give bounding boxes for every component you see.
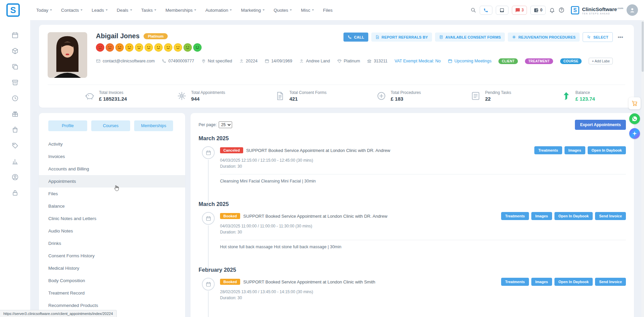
menu-drinks[interactable]: Drinks: [39, 237, 185, 250]
label-treatment[interactable]: TREATMENT: [525, 58, 553, 64]
consent-forms-button[interactable]: AVAILABLE CONSENT FORMS: [435, 33, 505, 42]
cart-widget[interactable]: [629, 97, 641, 109]
appointments-panel: Per page: 25 Export Appointments March 2…: [191, 113, 634, 317]
tab-profile[interactable]: Profile: [48, 120, 87, 131]
open-in-daybook-button[interactable]: Open In Daybook: [588, 146, 626, 154]
menu-appointments[interactable]: Appointments: [39, 175, 185, 188]
report-referrals-button[interactable]: REPORT REFERRALS BY: [371, 33, 432, 42]
nav-automation[interactable]: Automation: [205, 8, 232, 13]
phone-icon: [483, 8, 488, 13]
nav-marketing[interactable]: Marketing: [241, 8, 264, 13]
client-phone[interactable]: 07490009777: [162, 59, 194, 63]
nav-files[interactable]: Files: [323, 8, 333, 13]
mood-face-icon[interactable]: [106, 43, 114, 52]
nav-tasks[interactable]: Tasks: [141, 8, 157, 13]
rail-copy-icon[interactable]: [11, 63, 19, 70]
chat-count-badge: 3: [522, 8, 524, 12]
mood-face-icon[interactable]: [174, 43, 182, 52]
rail-calendar-icon[interactable]: [11, 32, 19, 39]
tab-memberships[interactable]: Memberships: [134, 120, 173, 131]
svg-text:S: S: [10, 5, 16, 15]
chat-notifications-button[interactable]: 3: [512, 6, 527, 15]
treatments-button[interactable]: Treatments: [534, 146, 562, 154]
menu-treatment-record[interactable]: Treatment Record: [39, 287, 185, 299]
nav-deals[interactable]: Deals: [117, 8, 132, 13]
rail-history-icon[interactable]: [11, 95, 19, 102]
bell-icon[interactable]: [549, 7, 555, 13]
rail-tag-icon[interactable]: [11, 142, 19, 149]
app-logo[interactable]: S: [5, 2, 21, 18]
mood-face-icon[interactable]: [164, 43, 172, 52]
page-scrollbar[interactable]: [641, 20, 644, 317]
menu-consent-forms-history[interactable]: Consent Forms History: [39, 250, 185, 262]
rail-lock-icon[interactable]: [11, 189, 19, 197]
person-icon: [629, 7, 636, 13]
mood-face-icon[interactable]: [115, 43, 124, 52]
mood-face-icon[interactable]: [96, 43, 104, 52]
rail-account-icon[interactable]: [11, 173, 19, 181]
images-button[interactable]: Images: [565, 146, 585, 154]
rail-archive-icon[interactable]: [11, 79, 19, 86]
menu-accounts-billing[interactable]: Accounts and Billing: [39, 163, 185, 175]
scrollbar-thumb[interactable]: [642, 21, 644, 72]
rejuvenation-procedures-button[interactable]: REJUVENATION PROCEDURES: [508, 33, 580, 42]
nav-memberships[interactable]: Memberships: [165, 8, 196, 13]
menu-body-composition[interactable]: Body Composition: [39, 274, 185, 287]
call-button[interactable]: CALL: [343, 33, 368, 42]
treatments-button[interactable]: Treatments: [501, 278, 529, 286]
open-in-daybook-button[interactable]: Open In Daybook: [554, 212, 593, 220]
rail-reports-icon[interactable]: [11, 158, 19, 165]
label-client[interactable]: CLIENT: [498, 58, 518, 64]
nav-quotes[interactable]: Quotes: [274, 8, 292, 13]
inbox-button[interactable]: [496, 6, 508, 15]
user-avatar-menu[interactable]: [627, 4, 638, 16]
menu-balance[interactable]: Balance: [39, 200, 185, 212]
menu-files[interactable]: Files: [39, 188, 185, 200]
vat-status-link[interactable]: VAT Exempt Medical: No: [394, 59, 441, 63]
rail-products-icon[interactable]: [11, 47, 19, 55]
menu-activity[interactable]: Activity: [39, 138, 185, 150]
select-button[interactable]: SELECT: [583, 32, 613, 42]
images-button[interactable]: Images: [531, 212, 552, 220]
bank-icon: [367, 59, 372, 63]
add-label-button[interactable]: + Add Labe: [589, 58, 612, 64]
images-button[interactable]: Images: [531, 278, 552, 286]
more-actions-button[interactable]: •••: [616, 33, 625, 41]
help-icon[interactable]: [558, 7, 565, 13]
whatsapp-widget[interactable]: [629, 113, 640, 124]
label-course[interactable]: COURSE: [560, 58, 582, 64]
menu-invoices[interactable]: Invoices: [39, 150, 185, 163]
menu-clinic-notes[interactable]: Clinic Notes and Letters: [39, 212, 185, 225]
nav-leads[interactable]: Leads: [92, 8, 108, 13]
send-invoice-button[interactable]: Send Invoice: [595, 278, 626, 286]
menu-audio-notes[interactable]: Audio Notes: [39, 225, 185, 237]
clinicsoftware-brand[interactable]: S ClinicSoftware.com TEN STEPS AHEAD: [571, 6, 623, 15]
per-page-select[interactable]: 25: [219, 121, 232, 128]
rail-bag-icon[interactable]: [11, 126, 19, 134]
mood-face-icon[interactable]: [154, 43, 163, 52]
mood-face-icon[interactable]: [125, 43, 133, 52]
status-badge: Booked: [220, 279, 240, 285]
rail-gift-icon[interactable]: [11, 110, 19, 118]
send-invoice-button[interactable]: Send Invoice: [595, 212, 626, 220]
treatments-button[interactable]: Treatments: [501, 212, 529, 220]
ai-assistant-widget[interactable]: [629, 128, 640, 139]
wallet-button[interactable]: 0: [530, 6, 546, 15]
burst-icon: [177, 91, 187, 101]
export-appointments-button[interactable]: Export Appointments: [575, 120, 626, 130]
mood-face-icon[interactable]: [193, 43, 202, 52]
mood-face-icon[interactable]: [145, 43, 153, 52]
nav-today[interactable]: Today: [36, 8, 52, 13]
nav-contacts[interactable]: Contacts: [61, 8, 83, 13]
upcoming-meetings-link[interactable]: Upcoming Meetings: [448, 59, 491, 63]
mood-face-icon[interactable]: [135, 43, 143, 52]
dialer-button[interactable]: [480, 6, 492, 15]
search-icon[interactable]: [470, 7, 476, 13]
mood-face-icon[interactable]: [183, 43, 192, 52]
client-email[interactable]: contact@clinicsoftware.com: [96, 59, 155, 63]
nav-misc[interactable]: Misc: [301, 8, 314, 13]
menu-medical-history[interactable]: Medical History: [39, 262, 185, 274]
open-in-daybook-button[interactable]: Open In Daybook: [554, 278, 593, 286]
task-list-icon: [471, 91, 481, 101]
tab-courses[interactable]: Courses: [91, 120, 130, 131]
